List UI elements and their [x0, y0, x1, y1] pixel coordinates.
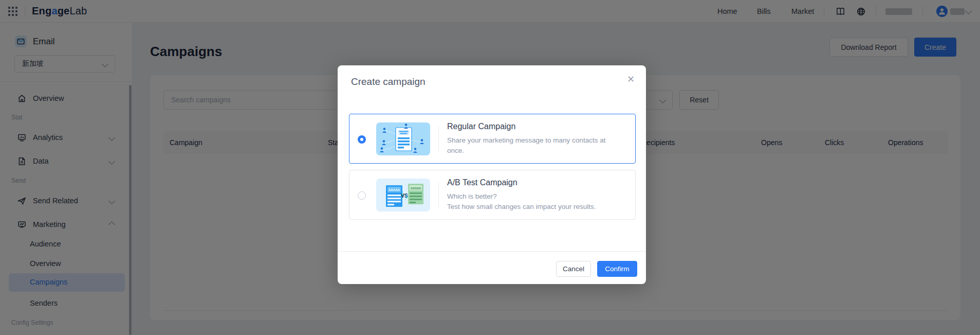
option-title: A/B Test Campaign [447, 178, 517, 187]
ab-test-illustration-icon: AAAAA BBBBB VS [376, 179, 430, 211]
radio-unselected-icon[interactable] [358, 191, 366, 200]
option-description: Which is better? Test how small changes … [447, 191, 617, 212]
option-divider [438, 127, 439, 152]
svg-text:BBBBB: BBBBB [411, 187, 421, 190]
close-icon[interactable]: ✕ [627, 75, 635, 84]
cancel-button[interactable]: Cancel [556, 261, 591, 277]
option-description-line1: Which is better? [447, 191, 617, 202]
option-divider [438, 183, 439, 208]
modal-footer-divider [338, 251, 646, 252]
svg-text:AAAAA: AAAAA [389, 188, 400, 191]
option-title: Regular Campaign [447, 122, 515, 131]
option-regular-campaign[interactable]: Regular Campaign Share your marketing me… [349, 114, 636, 164]
option-description: Share your marketing message to many con… [447, 135, 617, 156]
option-description-line2: Test how small changes can impact your r… [447, 202, 617, 212]
modal-title: Create campaign [351, 76, 426, 87]
create-campaign-modal: Create campaign ✕ [338, 65, 646, 284]
confirm-button[interactable]: Confirm [597, 261, 637, 277]
radio-selected-icon[interactable] [358, 135, 366, 144]
regular-campaign-illustration-icon [376, 122, 430, 155]
app-root: EngageLab Home Bills Market Email [0, 0, 980, 335]
option-ab-test-campaign[interactable]: AAAAA BBBBB VS [349, 170, 636, 220]
